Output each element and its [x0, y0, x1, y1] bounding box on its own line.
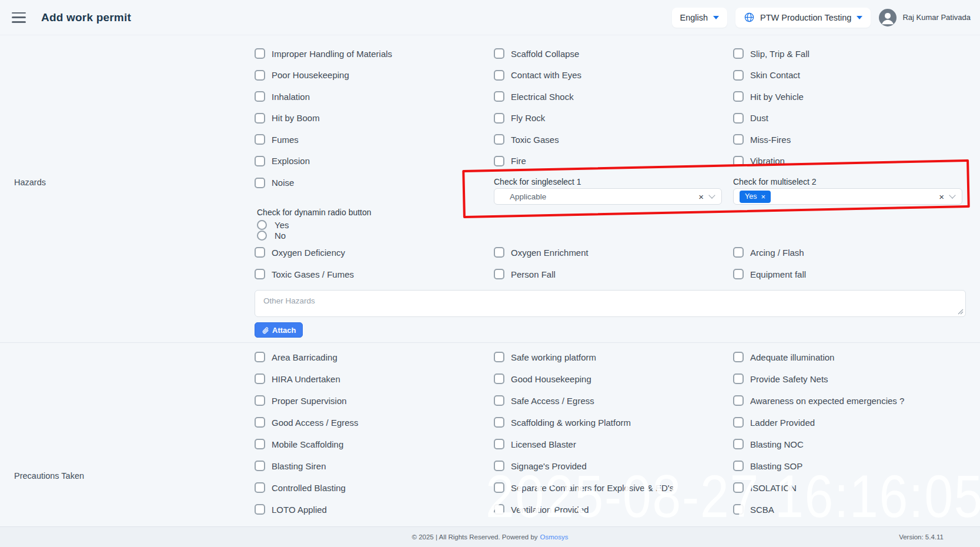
hazard-checkbox-item[interactable]: Slip, Trip & Fall [733, 48, 810, 59]
checkbox[interactable] [255, 156, 265, 166]
checkbox[interactable] [494, 134, 504, 145]
language-selector[interactable]: English [672, 8, 728, 28]
precaution-checkbox-item[interactable]: Proper Supervision [255, 395, 359, 406]
clear-icon[interactable]: × [698, 192, 704, 201]
precaution-checkbox-item[interactable]: Awareness on expected emergencies ? [733, 395, 904, 406]
attach-button[interactable]: Attach [255, 322, 303, 338]
checkbox[interactable] [255, 461, 265, 471]
checkbox[interactable] [255, 439, 265, 449]
checkbox[interactable] [733, 70, 744, 81]
checkbox[interactable] [494, 482, 504, 493]
checkbox[interactable] [733, 113, 744, 124]
hazard-checkbox-item[interactable]: Hit by Vehicle [733, 91, 810, 102]
hazard-checkbox-item[interactable]: Fly Rock [494, 113, 581, 124]
precaution-checkbox-item[interactable]: Mobile Scaffolding [255, 439, 359, 449]
checkbox[interactable] [255, 70, 265, 81]
precaution-checkbox-item[interactable]: Blasting NOC [733, 439, 904, 449]
hazard-checkbox-item[interactable]: Miss-Fires [733, 134, 810, 145]
precaution-checkbox-item[interactable]: HIRA Undertaken [255, 373, 359, 384]
hazard-checkbox-item[interactable]: Inhalation [255, 91, 392, 102]
checkbox[interactable] [733, 482, 744, 493]
hazard-checkbox-item[interactable]: Toxic Gases [494, 134, 581, 145]
checkbox[interactable] [494, 156, 504, 166]
org-selector[interactable]: PTW Production Testing [735, 8, 871, 28]
checkbox[interactable] [733, 461, 744, 471]
checkbox[interactable] [255, 504, 265, 515]
precaution-checkbox-item[interactable]: Signage's Provided [494, 461, 674, 471]
checkbox[interactable] [733, 439, 744, 449]
osmosys-link[interactable]: Osmosys [540, 533, 568, 541]
checkbox[interactable] [733, 156, 744, 166]
radio-button[interactable] [257, 220, 267, 230]
checkbox[interactable] [494, 417, 504, 428]
precaution-checkbox-item[interactable]: Safe Access / Egress [494, 395, 674, 406]
checkbox[interactable] [733, 373, 744, 384]
checkbox[interactable] [494, 48, 504, 59]
checkbox[interactable] [255, 113, 265, 124]
precaution-checkbox-item[interactable]: Scaffolding & working Platform [494, 417, 674, 428]
hazard-checkbox-item[interactable]: Contact with Eyes [494, 70, 581, 81]
precaution-checkbox-item[interactable]: Provide Safety Nets [733, 373, 904, 384]
multiselect-field[interactable]: Yes × × [733, 188, 962, 205]
checkbox[interactable] [733, 91, 744, 102]
checkbox[interactable] [255, 134, 265, 145]
precaution-checkbox-item[interactable]: Good Housekeeping [494, 373, 674, 384]
checkbox[interactable] [494, 269, 504, 279]
hamburger-menu-icon[interactable] [12, 12, 26, 23]
checkbox[interactable] [255, 269, 265, 279]
checkbox[interactable] [255, 373, 265, 384]
precaution-checkbox-item[interactable]: Blasting Siren [255, 461, 359, 471]
hazard-checkbox-item[interactable]: Skin Contact [733, 70, 810, 81]
checkbox[interactable] [494, 461, 504, 471]
checkbox[interactable] [733, 247, 744, 258]
chip-remove-icon[interactable]: × [761, 193, 765, 201]
checkbox[interactable] [733, 48, 744, 59]
radio-option-yes[interactable]: Yes [257, 219, 372, 230]
checkbox[interactable] [255, 352, 265, 362]
hazard-checkbox-item[interactable]: Equipment fall [733, 269, 806, 279]
checkbox[interactable] [255, 48, 265, 59]
checkbox[interactable] [733, 395, 744, 406]
checkbox[interactable] [494, 70, 504, 81]
precaution-checkbox-item[interactable]: LOTO Applied [255, 504, 359, 515]
chevron-down-icon[interactable] [708, 192, 715, 198]
hazard-checkbox-item[interactable]: Scaffold Collapse [494, 48, 581, 59]
checkbox[interactable] [494, 439, 504, 449]
checkbox[interactable] [733, 269, 744, 279]
precaution-checkbox-item[interactable]: Separate Containers for Explosive & ED's [494, 482, 674, 493]
precaution-checkbox-item[interactable]: Adequate illumination [733, 352, 904, 362]
other-hazards-input[interactable] [255, 290, 966, 317]
checkbox[interactable] [255, 178, 265, 188]
hazard-checkbox-item[interactable]: Toxic Gases / Fumes [255, 269, 354, 279]
hazard-checkbox-item[interactable]: Person Fall [494, 269, 556, 279]
precaution-checkbox-item[interactable]: Safe working platform [494, 352, 674, 362]
hazard-checkbox-item[interactable]: Poor Housekeeping [255, 70, 392, 81]
precaution-checkbox-item[interactable]: Ladder Provided [733, 417, 904, 428]
precaution-checkbox-item[interactable]: ISOLATION [733, 482, 904, 493]
checkbox[interactable] [733, 417, 744, 428]
chevron-down-icon[interactable] [949, 192, 955, 198]
radio-option-no[interactable]: No [257, 230, 372, 241]
hazard-checkbox-item[interactable]: Dust [733, 113, 810, 124]
resize-handle-icon[interactable] [958, 309, 964, 315]
hazard-checkbox-item[interactable]: Oxygen Enrichment [494, 247, 588, 258]
checkbox[interactable] [494, 113, 504, 124]
checkbox[interactable] [494, 352, 504, 362]
hazard-checkbox-item[interactable]: Noise [255, 178, 392, 188]
precaution-checkbox-item[interactable]: Blasting SOP [733, 461, 904, 471]
checkbox[interactable] [255, 91, 265, 102]
hazard-checkbox-item[interactable]: Explosion [255, 156, 392, 166]
hazard-checkbox-item[interactable]: Arcing / Flash [733, 247, 804, 258]
checkbox[interactable] [255, 482, 265, 493]
precaution-checkbox-item[interactable]: Ventilation Provided [494, 504, 674, 515]
hazard-checkbox-item[interactable]: Vibration [733, 156, 810, 166]
hazard-checkbox-item[interactable]: Fumes [255, 134, 392, 145]
precaution-checkbox-item[interactable]: Good Access / Egress [255, 417, 359, 428]
checkbox[interactable] [733, 504, 744, 515]
checkbox[interactable] [494, 504, 504, 515]
precaution-checkbox-item[interactable]: SCBA [733, 504, 904, 515]
clear-icon[interactable]: × [939, 192, 944, 201]
checkbox[interactable] [494, 395, 504, 406]
hazard-checkbox-item[interactable]: Fire [494, 156, 581, 166]
checkbox[interactable] [255, 395, 265, 406]
